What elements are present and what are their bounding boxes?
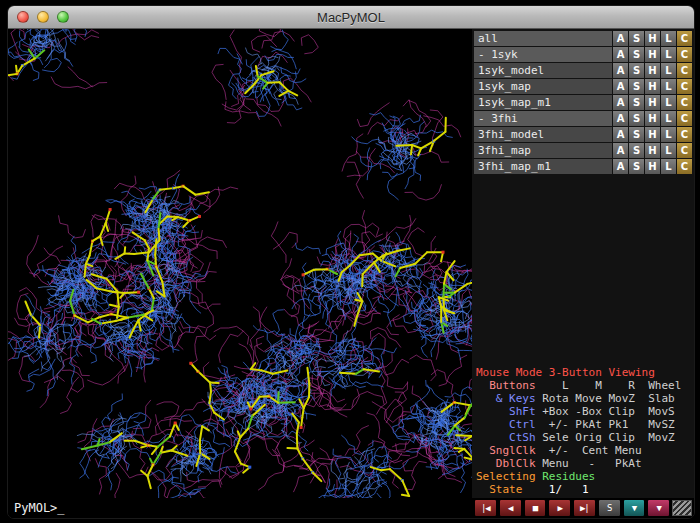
s-menu-button[interactable]: S xyxy=(629,111,644,126)
h-menu-button[interactable]: H xyxy=(645,31,660,46)
mouse-ctrl-line: Ctrl +/- PkAt Pk1 MvSZ xyxy=(476,418,692,431)
mouse-buttons-header-line-text: L M R Wheel xyxy=(536,379,682,392)
selecting-mode-line-text: Residues xyxy=(542,470,595,483)
h-menu-button[interactable]: H xyxy=(645,63,660,78)
command-prompt[interactable]: PyMOL>_ xyxy=(8,501,472,515)
movie-end-button[interactable]: ▶| xyxy=(573,499,596,517)
object-name[interactable]: 1syk_model xyxy=(474,63,612,78)
title-bar[interactable]: MacPyMOL xyxy=(8,6,694,29)
c-menu-button[interactable]: C xyxy=(677,111,692,126)
s-menu-button[interactable]: S xyxy=(629,47,644,62)
s-menu-button[interactable]: S xyxy=(629,63,644,78)
movie-controls: |◀◀■▶▶|S▼▼ xyxy=(472,499,694,517)
c-menu-button[interactable]: C xyxy=(677,143,692,158)
object-name[interactable]: all xyxy=(474,31,612,46)
zoom-button[interactable] xyxy=(57,11,69,23)
object-name[interactable]: 1syk_map_m1 xyxy=(474,95,612,110)
l-menu-button[interactable]: L xyxy=(661,127,676,142)
mouse-mode-line-text: 3-Button Viewing xyxy=(549,366,655,379)
object-name[interactable]: 3fhi_map_m1 xyxy=(474,159,612,174)
mouse-snglclk-line: SnglClk +/- Cent Menu xyxy=(476,444,692,457)
object-name[interactable]: 3fhi_model xyxy=(474,127,612,142)
c-menu-button[interactable]: C xyxy=(677,63,692,78)
mouse-ctsh-line-text: CtSh xyxy=(476,431,536,444)
mouse-keys-line: & Keys Rota Move MovZ Slab xyxy=(476,392,692,405)
object-row-1syk-map: 1syk_mapASHLC xyxy=(474,79,692,94)
macpymol-window: MacPyMOL allASHLC- 1sykASHLC1syk_modelAS… xyxy=(7,5,695,519)
mouse-ctsh-line: CtSh Sele Orig Clip MovZ xyxy=(476,431,692,444)
a-menu-button[interactable]: A xyxy=(613,47,628,62)
scene-button[interactable]: S xyxy=(598,499,621,517)
c-menu-button[interactable]: C xyxy=(677,127,692,142)
h-menu-button[interactable]: H xyxy=(645,143,660,158)
s-menu-button[interactable]: S xyxy=(629,143,644,158)
movie-back-button[interactable]: ◀ xyxy=(499,499,522,517)
mouse-dblclk-line: DblClk Menu - PkAt xyxy=(476,457,692,470)
a-menu-button[interactable]: A xyxy=(613,31,628,46)
c-menu-button[interactable]: C xyxy=(677,47,692,62)
resize-grip[interactable] xyxy=(672,500,692,516)
object-row-1syk-model: 1syk_modelASHLC xyxy=(474,63,692,78)
object-row-3fhi-map: 3fhi_mapASHLC xyxy=(474,143,692,158)
object-name[interactable]: - 3fhi xyxy=(474,111,612,126)
s-menu-button[interactable]: S xyxy=(629,79,644,94)
object-list: allASHLC- 1sykASHLC1syk_modelASHLC1syk_m… xyxy=(474,31,692,175)
mouse-ctsh-line-text: Sele Orig Clip MovZ xyxy=(536,431,675,444)
magenta-triangle-button[interactable]: ▼ xyxy=(647,499,670,517)
a-menu-button[interactable]: A xyxy=(613,95,628,110)
movie-rewind-button[interactable]: |◀ xyxy=(474,499,497,517)
s-menu-button[interactable]: S xyxy=(629,127,644,142)
molecular-viewport[interactable] xyxy=(8,29,472,498)
s-menu-button[interactable]: S xyxy=(629,95,644,110)
object-row-1syk-map-m1: 1syk_map_m1ASHLC xyxy=(474,95,692,110)
mouse-mode-line[interactable]: Mouse Mode 3-Button Viewing xyxy=(476,366,692,379)
a-menu-button[interactable]: A xyxy=(613,111,628,126)
l-menu-button[interactable]: L xyxy=(661,63,676,78)
h-menu-button[interactable]: H xyxy=(645,47,660,62)
l-menu-button[interactable]: L xyxy=(661,31,676,46)
c-menu-button[interactable]: C xyxy=(677,95,692,110)
c-menu-button[interactable]: C xyxy=(677,79,692,94)
object-row-3fhi-map-m1: 3fhi_map_m1ASHLC xyxy=(474,159,692,174)
a-menu-button[interactable]: A xyxy=(613,79,628,94)
mouse-dblclk-line-text: Menu - PkAt xyxy=(536,457,642,470)
l-menu-button[interactable]: L xyxy=(661,79,676,94)
mouse-keys-line-text: Rota Move MovZ Slab xyxy=(536,392,675,405)
object-name[interactable]: 3fhi_map xyxy=(474,143,612,158)
object-name[interactable]: - 1syk xyxy=(474,47,612,62)
movie-play-button[interactable]: ▶ xyxy=(548,499,571,517)
h-menu-button[interactable]: H xyxy=(645,95,660,110)
c-menu-button[interactable]: C xyxy=(677,31,692,46)
state-line-text: State xyxy=(476,483,529,496)
mouse-shift-line-text: +Box -Box Clip MovS xyxy=(536,405,675,418)
l-menu-button[interactable]: L xyxy=(661,143,676,158)
l-menu-button[interactable]: L xyxy=(661,111,676,126)
minimize-button[interactable] xyxy=(37,11,49,23)
h-menu-button[interactable]: H xyxy=(645,127,660,142)
a-menu-button[interactable]: A xyxy=(613,143,628,158)
mouse-shift-line: ShFt +Box -Box Clip MovS xyxy=(476,405,692,418)
teal-triangle-button[interactable]: ▼ xyxy=(623,499,646,517)
l-menu-button[interactable]: L xyxy=(661,47,676,62)
a-menu-button[interactable]: A xyxy=(613,127,628,142)
state-line[interactable]: State 1/ 1 xyxy=(476,483,692,496)
mouse-shift-line-text: ShFt xyxy=(476,405,536,418)
s-menu-button[interactable]: S xyxy=(629,159,644,174)
h-menu-button[interactable]: H xyxy=(645,79,660,94)
selecting-mode-line[interactable]: Selecting Residues xyxy=(476,470,692,483)
movie-stop-button[interactable]: ■ xyxy=(524,499,547,517)
mouse-dblclk-line-text: DblClk xyxy=(476,457,536,470)
l-menu-button[interactable]: L xyxy=(661,159,676,174)
mouse-buttons-header-line-text: Buttons xyxy=(476,379,536,392)
l-menu-button[interactable]: L xyxy=(661,95,676,110)
h-menu-button[interactable]: H xyxy=(645,159,660,174)
a-menu-button[interactable]: A xyxy=(613,63,628,78)
h-menu-button[interactable]: H xyxy=(645,111,660,126)
c-menu-button[interactable]: C xyxy=(677,159,692,174)
close-button[interactable] xyxy=(17,11,29,23)
object-name[interactable]: 1syk_map xyxy=(474,79,612,94)
a-menu-button[interactable]: A xyxy=(613,159,628,174)
s-menu-button[interactable]: S xyxy=(629,31,644,46)
mouse-ctrl-line-text: Ctrl xyxy=(476,418,536,431)
bottom-bar: PyMOL>_ |◀◀■▶▶|S▼▼ xyxy=(8,498,694,518)
